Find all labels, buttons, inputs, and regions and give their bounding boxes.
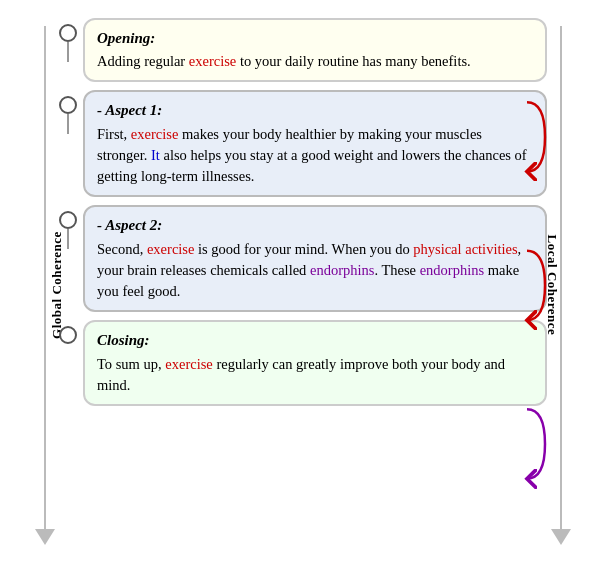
circle-aspect2 bbox=[59, 211, 77, 229]
card-opening: Opening: Adding regular exercise to your… bbox=[83, 18, 547, 83]
row-opening: Opening: Adding regular exercise to your… bbox=[59, 18, 547, 83]
circle-aspect1 bbox=[59, 96, 77, 114]
word-exercise-2: exercise bbox=[131, 126, 179, 142]
row-aspect1: - Aspect 1: First, exercise makes your b… bbox=[59, 90, 547, 197]
card-aspect1-title: - Aspect 1: bbox=[97, 100, 533, 122]
word-endorphins-2: endorphins bbox=[420, 262, 484, 278]
card-closing-title: Closing: bbox=[97, 330, 533, 352]
row-aspect2: - Aspect 2: Second, exercise is good for… bbox=[59, 205, 547, 312]
word-exercise-1: exercise bbox=[189, 53, 237, 69]
outer-container: Global Coherence Local Coherence Opening… bbox=[13, 8, 593, 563]
card-aspect1-text: First, exercise makes your body healthie… bbox=[97, 126, 527, 184]
card-closing: Closing: To sum up, exercise regularly c… bbox=[83, 320, 547, 406]
local-coherence-arrow bbox=[551, 26, 571, 545]
row-closing: Closing: To sum up, exercise regularly c… bbox=[59, 320, 547, 406]
card-opening-title: Opening: bbox=[97, 28, 533, 50]
card-aspect2-title: - Aspect 2: bbox=[97, 215, 533, 237]
circle-opening bbox=[59, 24, 77, 42]
card-aspect2: - Aspect 2: Second, exercise is good for… bbox=[83, 205, 547, 312]
local-coherence-arrows bbox=[517, 18, 547, 553]
main-content: Opening: Adding regular exercise to your… bbox=[59, 18, 547, 553]
line-opening bbox=[67, 42, 69, 62]
line-aspect1 bbox=[67, 114, 69, 134]
card-aspect2-text: Second, exercise is good for your mind. … bbox=[97, 241, 521, 299]
word-endorphins-1: endorphins bbox=[310, 262, 374, 278]
word-exercise-4: exercise bbox=[165, 356, 213, 372]
card-closing-text: To sum up, exercise regularly can greatl… bbox=[97, 356, 505, 393]
global-coherence-arrow bbox=[35, 26, 55, 545]
word-physical-activities: physical activities bbox=[413, 241, 517, 257]
circle-closing bbox=[59, 326, 77, 344]
word-exercise-3: exercise bbox=[147, 241, 195, 257]
line-aspect2 bbox=[67, 229, 69, 249]
word-it: It bbox=[151, 147, 160, 163]
card-opening-text: Adding regular exercise to your daily ro… bbox=[97, 53, 471, 69]
card-aspect1: - Aspect 1: First, exercise makes your b… bbox=[83, 90, 547, 197]
